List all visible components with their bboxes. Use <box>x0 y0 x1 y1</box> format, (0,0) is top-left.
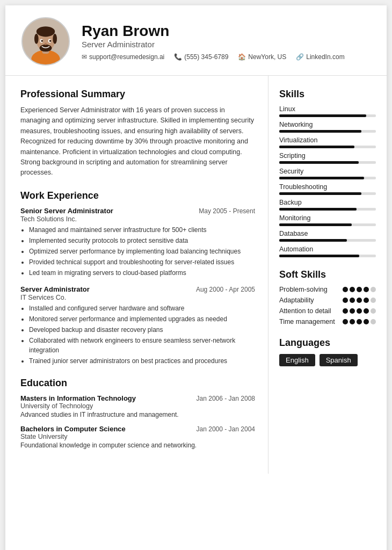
summary-text: Experienced Server Administrator with 16… <box>20 105 255 178</box>
edu-2: Bachelors in Computer Science Jan 2000 -… <box>20 425 255 449</box>
job-2-bullet-1: Installed and configured server hardware… <box>29 303 255 313</box>
dot-1-4 <box>371 298 376 303</box>
job-1-date: May 2005 - Present <box>199 207 255 215</box>
job-1-bullet-3: Optimized server performance by implemen… <box>29 247 255 256</box>
job-1-bullet-5: Led team in migrating servers to cloud-b… <box>29 268 255 278</box>
skill-label-2: Virtualization <box>279 136 376 144</box>
dot-1-1 <box>350 298 355 303</box>
edu-1-school: University of Technology <box>20 402 255 410</box>
skill-bar-7 <box>279 223 376 226</box>
dot-3-2 <box>357 319 362 324</box>
skill-item-1: Networking <box>279 121 376 133</box>
skill-fill-9 <box>279 255 359 257</box>
email-icon: ✉ <box>82 53 87 61</box>
soft-skill-label-2: Attention to detail <box>279 307 331 315</box>
svg-point-10 <box>41 40 43 42</box>
svg-point-11 <box>49 40 52 42</box>
edu-2-header: Bachelors in Computer Science Jan 2000 -… <box>20 425 255 433</box>
skill-bar-0 <box>279 114 376 117</box>
skill-fill-2 <box>279 146 354 148</box>
job-2: Server Administrator Aug 2000 - Apr 2005… <box>20 285 255 366</box>
skills-section: Skills Linux Networking Virtualization S… <box>279 89 376 257</box>
soft-skill-item-3: Time management <box>279 318 376 325</box>
skill-item-2: Virtualization <box>279 136 376 148</box>
skills-list: Linux Networking Virtualization Scriptin… <box>279 105 376 257</box>
svg-point-6 <box>53 34 57 44</box>
work-title: Work Experience <box>20 190 255 201</box>
email-text: support@resumedesign.ai <box>89 53 164 61</box>
contact-linkedin: 🔗 LinkedIn.com <box>296 53 344 61</box>
job-2-bullet-5: Trained junior server administrators on … <box>29 356 255 366</box>
job-1-company: Tech Solutions Inc. <box>20 215 255 223</box>
skill-fill-5 <box>279 192 361 195</box>
languages-section: Languages EnglishSpanish <box>279 337 376 366</box>
job-1-bullets: Managed and maintained server infrastruc… <box>20 225 255 278</box>
dot-3-0 <box>343 319 348 324</box>
job-2-date: Aug 2000 - Apr 2005 <box>196 286 255 293</box>
resume-body: Professional Summary Experienced Server … <box>5 76 387 474</box>
dot-2-0 <box>343 308 348 314</box>
skill-item-9: Automation <box>279 245 376 257</box>
job-1-header: Senior Server Administrator May 2005 - P… <box>20 207 255 215</box>
contact-list: ✉ support@resumedesign.ai 📞 (555) 345-67… <box>82 53 371 61</box>
skill-bar-3 <box>279 161 376 164</box>
job-2-bullet-3: Developed backup and disaster recovery p… <box>29 325 255 335</box>
skill-label-1: Networking <box>279 121 376 128</box>
skill-label-4: Security <box>279 168 376 175</box>
skill-item-5: Troubleshooting <box>279 183 376 195</box>
skill-label-7: Monitoring <box>279 214 376 222</box>
linkedin-text: LinkedIn.com <box>306 53 344 61</box>
avatar <box>21 17 70 66</box>
resume-container: Ryan Brown Server Administrator ✉ suppor… <box>5 5 387 550</box>
skill-item-0: Linux <box>279 105 376 117</box>
skill-fill-1 <box>279 130 361 133</box>
skill-bar-5 <box>279 192 376 195</box>
contact-location: 🏠 NewYork, US <box>238 53 286 61</box>
soft-skills-list: Problem-solving Adaptability Attention t… <box>279 286 376 325</box>
dot-0-4 <box>371 287 376 292</box>
dot-3-4 <box>371 319 376 324</box>
dot-2-3 <box>364 308 369 314</box>
edu-1-date: Jan 2006 - Jan 2008 <box>197 395 255 402</box>
dot-3-3 <box>364 319 369 324</box>
language-tag-1: Spanish <box>320 354 358 366</box>
edu-1-desc: Advanced studies in IT infrastructure an… <box>20 411 255 418</box>
skill-fill-3 <box>279 161 359 164</box>
job-2-company: IT Services Co. <box>20 294 255 301</box>
skill-item-4: Security <box>279 168 376 179</box>
dot-0-2 <box>357 287 362 292</box>
candidate-title: Server Administrator <box>82 40 371 49</box>
resume-header: Ryan Brown Server Administrator ✉ suppor… <box>5 5 387 76</box>
summary-title: Professional Summary <box>20 89 255 100</box>
dot-0-3 <box>364 287 369 292</box>
edu-1: Masters in Information Technology Jan 20… <box>20 394 255 418</box>
candidate-name: Ryan Brown <box>82 22 371 40</box>
location-icon: 🏠 <box>238 53 246 61</box>
soft-skills-title: Soft Skills <box>279 269 376 280</box>
skill-label-0: Linux <box>279 105 376 113</box>
phone-icon: 📞 <box>174 53 182 61</box>
soft-skills-section: Soft Skills Problem-solving Adaptability… <box>279 269 376 325</box>
job-1-bullet-1: Managed and maintained server infrastruc… <box>29 225 255 235</box>
skill-label-8: Database <box>279 230 376 237</box>
job-2-title: Server Administrator <box>20 285 90 293</box>
dot-1-2 <box>357 298 362 303</box>
job-1-title: Senior Server Administrator <box>20 207 113 215</box>
dot-2-2 <box>357 308 362 314</box>
skill-bar-4 <box>279 177 376 179</box>
svg-point-5 <box>34 34 39 44</box>
skill-bar-1 <box>279 130 376 133</box>
skill-bar-9 <box>279 255 376 257</box>
soft-skill-label-1: Adaptability <box>279 296 314 304</box>
job-1: Senior Server Administrator May 2005 - P… <box>20 207 255 278</box>
skill-fill-7 <box>279 223 352 226</box>
location-text: NewYork, US <box>248 53 286 61</box>
skill-fill-6 <box>279 208 357 211</box>
soft-skill-label-0: Problem-solving <box>279 286 328 293</box>
dot-0-1 <box>350 287 355 292</box>
edu-2-desc: Foundational knowledge in computer scien… <box>20 442 255 449</box>
svg-point-12 <box>45 43 47 45</box>
skill-label-9: Automation <box>279 245 376 253</box>
job-2-bullet-2: Monitored server performance and impleme… <box>29 314 255 324</box>
language-tag-0: English <box>279 354 315 366</box>
